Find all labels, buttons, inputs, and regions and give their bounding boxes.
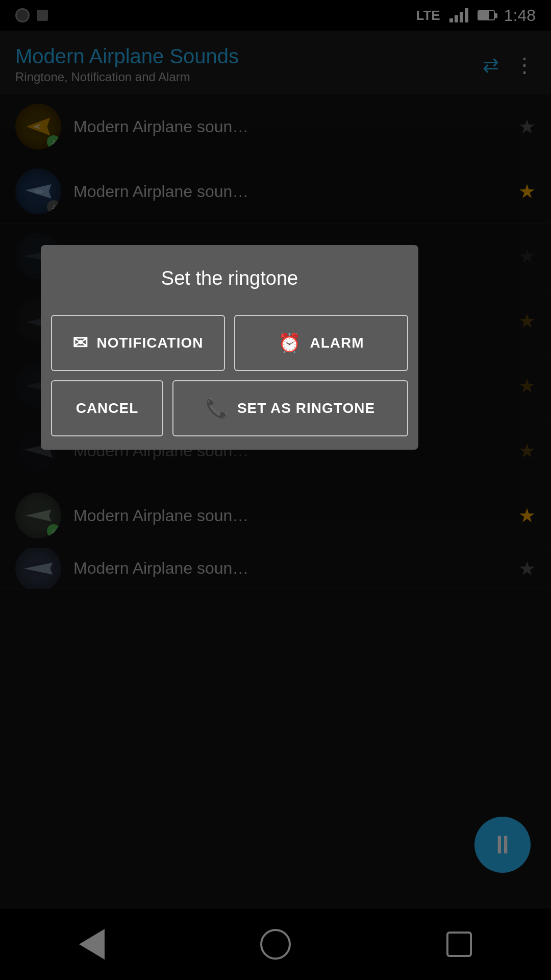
- envelope-icon: ✉: [72, 332, 88, 354]
- cancel-label: CANCEL: [76, 400, 139, 416]
- alarm-icon: ⏰: [278, 332, 302, 354]
- dialog-overlay: [0, 0, 551, 980]
- cancel-button[interactable]: CANCEL: [51, 380, 163, 436]
- notification-button[interactable]: ✉ NOTIFICATION: [51, 315, 225, 371]
- ringtone-dialog: Set the ringtone ✉ NOTIFICATION ⏰ ALARM …: [41, 245, 418, 450]
- phone-icon: 📞: [206, 398, 229, 419]
- dialog-top-buttons: ✉ NOTIFICATION ⏰ ALARM: [41, 315, 418, 380]
- dialog-bottom-buttons: CANCEL 📞 SET AS RINGTONE: [41, 380, 418, 450]
- alarm-button[interactable]: ⏰ ALARM: [234, 315, 408, 371]
- set-ringtone-label: SET AS RINGTONE: [237, 400, 375, 416]
- set-ringtone-button[interactable]: 📞 SET AS RINGTONE: [172, 380, 408, 436]
- alarm-label: ALARM: [310, 335, 364, 351]
- notification-label: NOTIFICATION: [96, 335, 203, 351]
- dialog-title: Set the ringtone: [41, 245, 418, 315]
